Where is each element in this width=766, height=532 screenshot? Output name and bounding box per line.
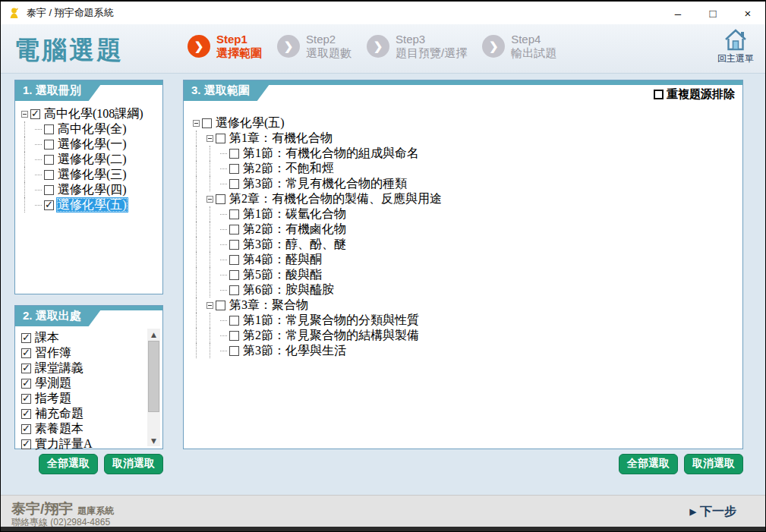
step-1[interactable]: ❯ Step1 選擇範圍 [188, 33, 262, 60]
dedupe-checkbox[interactable] [654, 90, 664, 99]
tree-row[interactable]: 選修化學(一) [21, 137, 161, 152]
tree-item-label[interactable]: 第3節：化學與生活 [241, 343, 348, 358]
source-item[interactable]: 補充命題 [21, 406, 144, 421]
tree-row[interactable]: 選修化學(五) [21, 197, 161, 212]
tree-row[interactable]: 第1節：有機化合物的組成與命名 [193, 146, 739, 161]
checkbox[interactable] [21, 424, 31, 434]
scrollbar-thumb[interactable] [148, 341, 159, 412]
checkbox[interactable] [30, 109, 40, 119]
sources-select-all-button[interactable]: 全部選取 [39, 454, 98, 474]
tree-row[interactable]: 選修化學(二) [21, 152, 161, 167]
tree-row[interactable]: 高中化學(全) [21, 121, 161, 137]
checkbox[interactable] [44, 155, 54, 165]
tree-item-label[interactable]: 選修化學(五) [214, 115, 286, 131]
tree-item-label[interactable]: 第1節：碳氫化合物 [241, 206, 348, 222]
tree-row[interactable]: 第3節：醇、酚、醚 [193, 237, 739, 252]
source-item[interactable]: 習作簿 [21, 345, 144, 360]
expand-toggle-icon[interactable] [206, 302, 213, 309]
tree-item-label[interactable]: 第3節：常見有機化合物的種類 [241, 176, 408, 191]
tree-item-label[interactable]: 第2節：常見聚合物的結構與製備 [241, 328, 421, 343]
tree-row[interactable]: 第3節：常見有機化合物的種類 [193, 176, 739, 191]
tree-item-label[interactable]: 第6節：胺與醯胺 [241, 282, 336, 297]
checkbox[interactable] [229, 316, 239, 326]
source-item[interactable]: 課本 [21, 330, 144, 345]
tree-item-label[interactable]: 選修化學(二) [56, 152, 128, 167]
sources-deselect-button[interactable]: 取消選取 [104, 454, 163, 474]
checkbox[interactable] [21, 439, 31, 449]
tree-row[interactable]: 第5節：酸與酯 [193, 267, 739, 282]
checkbox[interactable] [21, 409, 31, 419]
checkbox[interactable] [21, 333, 31, 343]
checkbox[interactable] [21, 394, 31, 404]
checkbox[interactable] [229, 285, 239, 295]
checkbox[interactable] [21, 379, 31, 389]
tree-item-label[interactable]: 第2節：有機鹵化物 [241, 222, 348, 237]
tree-row[interactable]: 第6節：胺與醯胺 [193, 282, 739, 297]
checkbox[interactable] [229, 164, 239, 174]
expand-toggle-icon[interactable] [206, 196, 213, 203]
tree-row[interactable]: 選修化學(三) [21, 167, 161, 182]
tree-row[interactable]: 第2節：常見聚合物的結構與製備 [193, 328, 739, 343]
checkbox[interactable] [21, 348, 31, 358]
dedupe-option[interactable]: 重複題源排除 [654, 87, 735, 102]
home-button[interactable]: 回主選單 [714, 29, 758, 65]
source-item-label[interactable]: 課堂講義 [33, 360, 85, 376]
tree-item-label[interactable]: 選修化學(三) [56, 167, 128, 182]
checkbox[interactable] [229, 240, 239, 250]
checkbox[interactable] [229, 225, 239, 235]
checkbox[interactable] [229, 209, 239, 219]
step-3[interactable]: ❯ Step3 題目預覽/選擇 [367, 33, 467, 60]
checkbox[interactable] [202, 118, 212, 128]
checkbox[interactable] [216, 134, 225, 143]
tree-row[interactable]: 選修化學(五) [193, 115, 739, 131]
tree-item-label[interactable]: 第1節：常見聚合物的分類與性質 [241, 313, 421, 328]
source-item[interactable]: 學測題 [21, 376, 144, 391]
checkbox[interactable] [229, 270, 239, 280]
source-item-label[interactable]: 課本 [33, 330, 61, 345]
source-item-label[interactable]: 實力評量A [33, 436, 94, 452]
source-item[interactable]: 課堂講義 [21, 360, 144, 376]
checkbox[interactable] [44, 200, 54, 210]
tree-row[interactable]: 選修化學(四) [21, 182, 161, 197]
source-item[interactable]: 素養題本 [21, 421, 144, 436]
source-item-label[interactable]: 指考題 [33, 391, 73, 406]
tree-item-label[interactable]: 選修化學(五) [56, 197, 128, 212]
tree-item-label[interactable]: 第5節：酸與酯 [241, 267, 323, 282]
tree-item-label[interactable]: 高中化學(108課綱) [43, 106, 145, 121]
tree-item-label[interactable]: 第1章：有機化合物 [228, 131, 334, 146]
checkbox[interactable] [229, 346, 239, 356]
source-item-label[interactable]: 素養題本 [33, 421, 85, 436]
checkbox[interactable] [229, 331, 239, 341]
tree-item-label[interactable]: 第1節：有機化合物的組成與命名 [241, 146, 421, 161]
source-item-label[interactable]: 習作簿 [33, 345, 73, 360]
tree-item-label[interactable]: 選修化學(四) [56, 182, 128, 197]
maximize-button[interactable]: □ [695, 2, 730, 24]
scroll-down-icon[interactable]: ▼ [147, 435, 160, 446]
scope-select-all-button[interactable]: 全部選取 [619, 454, 678, 474]
checkbox[interactable] [229, 255, 239, 265]
scrollbar[interactable]: ▲ ▼ [147, 329, 160, 446]
tree-item-label[interactable]: 高中化學(全) [56, 121, 128, 137]
tree-row[interactable]: 高中化學(108課綱) [21, 106, 161, 121]
checkbox[interactable] [44, 124, 54, 134]
checkbox[interactable] [44, 185, 54, 195]
tree-row[interactable]: 第3章：聚合物 [193, 297, 739, 313]
tree-row[interactable]: 第2章：有機化合物的製備、反應與用途 [193, 191, 739, 206]
step-4[interactable]: ❯ Step4 輸出試題 [482, 33, 556, 60]
checkbox[interactable] [216, 301, 225, 310]
scroll-up-icon[interactable]: ▲ [147, 329, 160, 340]
tree-item-label[interactable]: 第2節：不飽和烴 [241, 161, 336, 176]
checkbox[interactable] [21, 364, 31, 373]
source-item-label[interactable]: 學測題 [33, 376, 73, 391]
checkbox[interactable] [44, 170, 54, 180]
source-item[interactable]: 實力評量A [21, 436, 144, 452]
checkbox[interactable] [216, 194, 225, 204]
tree-row[interactable]: 第1章：有機化合物 [193, 131, 739, 146]
expand-toggle-icon[interactable] [206, 135, 213, 142]
checkbox[interactable] [229, 179, 239, 189]
tree-item-label[interactable]: 第3節：醇、酚、醚 [241, 237, 348, 252]
step-2[interactable]: ❯ Step2 選取題數 [277, 33, 351, 60]
expand-toggle-icon[interactable] [193, 120, 200, 127]
tree-item-label[interactable]: 選修化學(一) [56, 137, 128, 152]
tree-row[interactable]: 第1節：常見聚合物的分類與性質 [193, 313, 739, 328]
